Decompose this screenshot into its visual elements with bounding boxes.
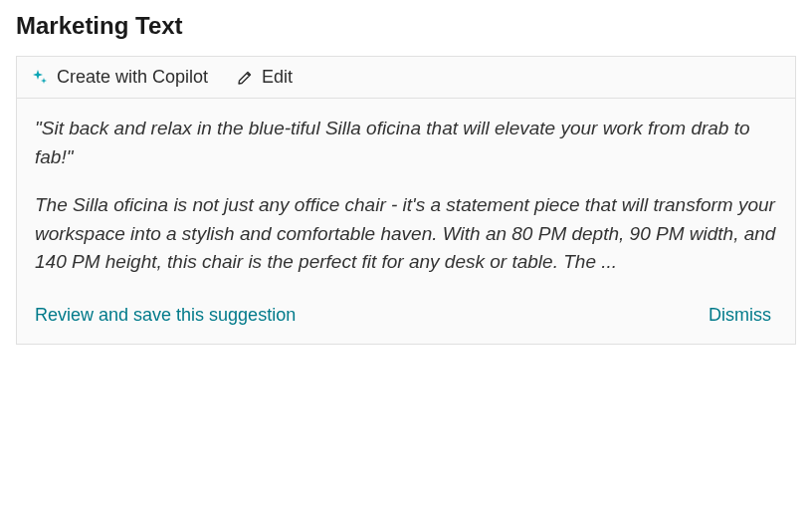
marketing-text-section: Marketing Text Create with Copilot	[0, 0, 812, 357]
toolbar: Create with Copilot Edit	[17, 57, 795, 99]
suggestion-content: "Sit back and relax in the blue-tiful Si…	[17, 99, 795, 344]
review-save-button[interactable]: Review and save this suggestion	[35, 305, 296, 326]
edit-label: Edit	[262, 67, 293, 88]
create-with-copilot-label: Create with Copilot	[57, 67, 208, 88]
pencil-icon	[236, 69, 254, 87]
marketing-text-panel: Create with Copilot Edit "Sit back and r…	[16, 56, 796, 345]
suggestion-actions: Review and save this suggestion Dismiss	[35, 305, 777, 326]
dismiss-button[interactable]: Dismiss	[709, 305, 771, 326]
suggestion-body: The Silla oficina is not just any office…	[35, 191, 777, 277]
edit-button[interactable]: Edit	[236, 67, 293, 88]
copilot-sparkle-icon	[31, 69, 49, 87]
suggestion-quote: "Sit back and relax in the blue-tiful Si…	[35, 115, 777, 171]
create-with-copilot-button[interactable]: Create with Copilot	[31, 67, 208, 88]
section-title: Marketing Text	[16, 12, 796, 40]
